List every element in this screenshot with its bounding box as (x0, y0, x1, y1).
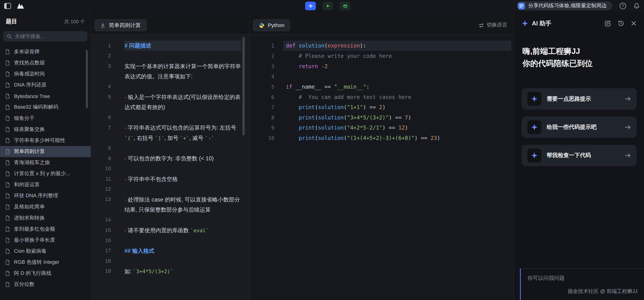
svg-text:?: ? (622, 4, 624, 8)
sidebar-item[interactable]: 最小替换子串长度 (0, 235, 91, 246)
sidebar-item[interactable]: 环状 DNA 序列整理 (0, 190, 91, 202)
document-icon (5, 271, 10, 276)
editor-panel: Python 切换语言 1def solution(expression):2 … (250, 11, 514, 300)
help-icon[interactable]: ? (619, 2, 626, 9)
problem-line: 8 (91, 143, 249, 154)
sidebar-item-label: 猫鱼分干 (14, 115, 34, 122)
sidebar-item[interactable]: 计算位置 x 到 y 的最少... (0, 168, 91, 179)
sidebar-item[interactable]: 病毒感染时间 (0, 68, 91, 79)
sidebar-item[interactable]: RGB 色值转 Integer (0, 257, 91, 268)
problem-scrollbar[interactable] (242, 37, 244, 135)
sidebar-item-label: DNA 序列还原 (14, 82, 46, 89)
ai-header: AI 助手 (514, 11, 644, 35)
sidebar-item[interactable]: 及格如此简单 (0, 202, 91, 213)
document-icon (5, 160, 10, 166)
document-icon (5, 260, 10, 265)
problem-line: 13- 处理除法 case 的时候, 可以直接省略小数部分结果, 只保留整数部分… (91, 194, 249, 215)
sidebar-item[interactable]: Bytedance Tree (0, 91, 91, 102)
problem-line: 11- 字符串中不包含空格 (91, 174, 249, 184)
document-icon (5, 116, 10, 121)
ai-greeting-line1: 嗨,前端工程狮JJ (522, 45, 636, 57)
problem-body: 1# 问题描述23实现一个基本的计算器来计算一个简单的字符串表达式的值。注意事项… (91, 34, 249, 300)
arrow-right-icon (625, 125, 631, 130)
arrow-right-icon (625, 153, 631, 158)
code-line: 3 return -2 (250, 61, 514, 71)
search-box[interactable] (3, 31, 88, 42)
document-icon (5, 49, 10, 54)
sidebar-item-label: 百分位数 (14, 281, 34, 288)
sidebar-item[interactable]: 和的逆运算 (0, 179, 91, 190)
language-tab[interactable]: Python (253, 19, 290, 31)
document-icon (5, 215, 10, 221)
problem-line: 14 (91, 215, 249, 225)
sidebar-item[interactable]: 进制求和转换 (0, 213, 91, 224)
problem-sidebar: 题目 共 100 个 多米诺骨牌 查找热点数据 病 (0, 11, 91, 300)
sidebar-item[interactable]: 多米诺骨牌 (0, 46, 91, 57)
sidebar-item[interactable]: 拿到最多红包金额 (0, 224, 91, 235)
document-icon (5, 127, 10, 132)
problem-panel: 简单四则计算 1# 问题描述23实现一个基本的计算器来计算一个简单的字符串表达式… (91, 11, 250, 300)
document-icon (5, 94, 10, 99)
sidebar-item[interactable]: DNA 序列还原 (0, 80, 91, 91)
ai-input-box[interactable]: 你可以问我问题 掘金技术社区 @ 前端工程狮JJ (520, 268, 644, 300)
problem-count: 共 100 个 (64, 18, 85, 25)
sidebar-item-label: 查找热点数据 (14, 59, 45, 66)
new-chat-icon[interactable] (604, 20, 611, 27)
sidebar-item-label: 拿到最多红包金额 (14, 226, 55, 233)
problem-line: 9- 可以包含的数字为: 非负整数 (< 10) (91, 154, 249, 164)
problem-tabbar: 简单四则计算 (91, 11, 249, 34)
sidebar-item[interactable]: 阿 D 的飞行路线 (0, 268, 91, 279)
problem-line: 7- 字符串表达式可以包含的运算符号为: 左括号 `(`, 右括号 `)`, 加… (91, 123, 249, 143)
bell-icon[interactable] (634, 2, 640, 9)
sidebar-item[interactable]: 百分位数 (0, 279, 91, 290)
sidebar-item[interactable]: Base32 编码和解码 (0, 102, 91, 113)
python-icon (259, 22, 264, 28)
ai-suggestion-label: 需要一点思路提示 (546, 95, 591, 102)
app-logo (16, 2, 25, 9)
sidebar-item[interactable]: Cion 勒索病毒 (0, 246, 91, 257)
document-icon (5, 82, 10, 88)
run-button[interactable] (322, 1, 333, 10)
ai-sparkle-icon (522, 20, 528, 27)
sidebar-toggle-icon[interactable] (4, 2, 11, 9)
new-button[interactable] (305, 1, 316, 10)
sidebar-item-label: 阿 D 的飞行路线 (14, 270, 51, 277)
sidebar-item[interactable]: 链表聚集交换 (0, 124, 91, 135)
sidebar-item-label: 和的逆运算 (14, 181, 40, 188)
sidebar-item-label: Bytedance Tree (14, 93, 50, 99)
document-icon (5, 149, 10, 154)
close-icon[interactable] (631, 20, 636, 26)
share-banner[interactable]: 分享代码练习体验,领限量定制周边 (517, 1, 612, 10)
debug-button[interactable] (340, 1, 350, 10)
sidebar-item[interactable]: 字符串有多少种可能性 (0, 135, 91, 146)
ai-credit: 掘金技术社区 @ 前端工程狮JJ (527, 288, 638, 295)
ai-panel: AI 助手 嗨,前端工程狮JJ (514, 11, 644, 300)
code-line: 1def solution(expression): (250, 41, 514, 51)
sidebar-item[interactable]: 猫鱼分干 (0, 113, 91, 124)
history-icon[interactable] (618, 20, 624, 27)
code-editor[interactable]: 1def solution(expression):2 # Please wri… (250, 34, 514, 300)
problem-line: 3实现一个基本的计算器来计算一个简单的字符串表达式的值。注意事项如下: (91, 61, 249, 82)
document-icon (5, 238, 10, 243)
switch-language-button[interactable]: 切换语言 (478, 19, 510, 31)
ai-suggestion-card[interactable]: 需要一点思路提示 (522, 88, 637, 110)
document-icon (5, 71, 10, 77)
ai-suggestion-card[interactable]: 给我一些代码提示吧 (522, 117, 637, 138)
code-line: 2 # Please write your code here (250, 51, 514, 61)
code-line: 6 # You can add more test cases here (250, 92, 514, 102)
sidebar-item[interactable]: 简单四则计算 (0, 146, 91, 157)
document-icon (5, 193, 10, 199)
document-icon (5, 249, 10, 254)
ai-suggestion-label: 帮我检查一下代码 (546, 152, 591, 159)
sidebar-item[interactable]: 青海湖租车之旅 (0, 157, 91, 168)
switch-language-label: 切换语言 (487, 22, 507, 29)
problem-line: 5- 输入是一个字符串表达式(可以假设所给定的表达式都是有效的) (91, 92, 249, 112)
ai-suggestion-card[interactable]: 帮我检查一下代码 (522, 145, 637, 166)
problem-tab[interactable]: 简单四则计算 (94, 19, 147, 31)
sidebar-scrollbar[interactable] (86, 50, 88, 108)
problem-line: 16 (91, 236, 249, 246)
search-input[interactable] (15, 33, 84, 39)
sidebar-item-label: 及格如此简单 (14, 203, 45, 210)
sparkle-icon (527, 120, 541, 134)
sidebar-item[interactable]: 查找热点数据 (0, 57, 91, 68)
